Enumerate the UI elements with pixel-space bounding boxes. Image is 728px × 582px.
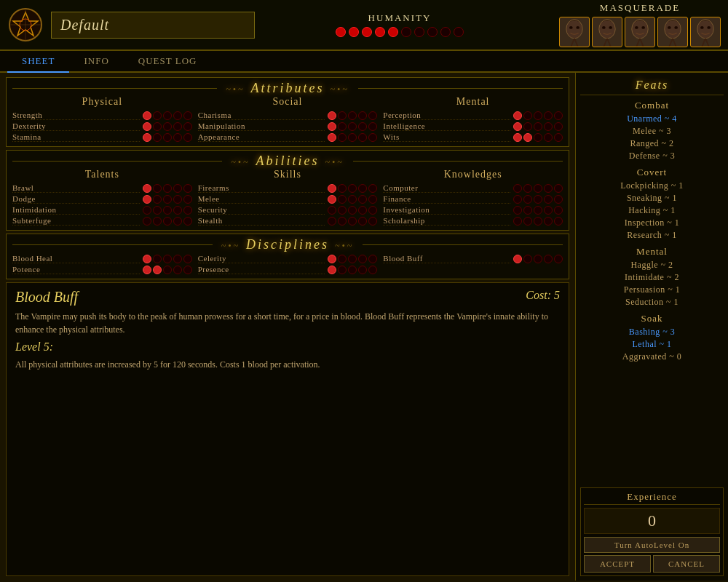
dot-3[interactable] bbox=[173, 111, 182, 120]
dot-3[interactable] bbox=[544, 184, 553, 193]
dot-2[interactable] bbox=[348, 217, 357, 226]
dot-4[interactable] bbox=[554, 206, 563, 215]
dot-4[interactable] bbox=[554, 133, 563, 142]
dot-3[interactable] bbox=[173, 206, 182, 215]
dot-1[interactable] bbox=[153, 255, 162, 263]
dot-2[interactable] bbox=[534, 206, 542, 215]
dot-2[interactable] bbox=[534, 122, 542, 131]
accept-button[interactable]: Accept bbox=[584, 555, 651, 573]
dot-4[interactable] bbox=[368, 255, 377, 263]
dot-3[interactable] bbox=[358, 195, 367, 204]
dot-0[interactable] bbox=[328, 206, 336, 215]
dot-1[interactable] bbox=[338, 255, 347, 263]
dot-4[interactable] bbox=[183, 206, 192, 215]
feat-unarmed[interactable]: Unarmed ~ 4 bbox=[580, 113, 724, 125]
dot-1[interactable] bbox=[523, 255, 532, 263]
dot-3[interactable] bbox=[358, 206, 367, 215]
dot-0[interactable] bbox=[328, 195, 336, 204]
dot-1[interactable] bbox=[523, 217, 532, 226]
dot-0[interactable] bbox=[328, 133, 336, 142]
dot-2[interactable] bbox=[163, 184, 172, 193]
dot-3[interactable] bbox=[544, 122, 553, 131]
dot-0[interactable] bbox=[143, 217, 151, 226]
dot-1[interactable] bbox=[153, 184, 162, 193]
dot-2[interactable] bbox=[348, 122, 357, 131]
dot-0[interactable] bbox=[513, 206, 522, 215]
cancel-button[interactable]: Cancel bbox=[653, 555, 720, 573]
dot-4[interactable] bbox=[368, 206, 377, 215]
dot-3[interactable] bbox=[173, 122, 182, 131]
dot-0[interactable] bbox=[328, 184, 336, 193]
dot-3[interactable] bbox=[358, 255, 367, 263]
dot-3[interactable] bbox=[544, 133, 553, 142]
dot-3[interactable] bbox=[173, 195, 182, 204]
dot-1[interactable] bbox=[153, 217, 162, 226]
humanity-dot-8[interactable] bbox=[440, 27, 451, 37]
dot-1[interactable] bbox=[523, 195, 532, 204]
dot-3[interactable] bbox=[544, 217, 553, 226]
dot-3[interactable] bbox=[173, 133, 182, 142]
dot-1[interactable] bbox=[153, 122, 162, 131]
dot-3[interactable] bbox=[173, 266, 182, 274]
tab-info[interactable]: Info bbox=[69, 51, 123, 73]
dot-2[interactable] bbox=[348, 255, 357, 263]
dot-0[interactable] bbox=[328, 255, 336, 263]
dot-3[interactable] bbox=[173, 217, 182, 226]
dot-1[interactable] bbox=[523, 111, 532, 120]
dot-4[interactable] bbox=[183, 111, 192, 120]
dot-1[interactable] bbox=[153, 111, 162, 120]
humanity-dot-1[interactable] bbox=[349, 27, 359, 37]
dot-1[interactable] bbox=[338, 206, 347, 215]
dot-3[interactable] bbox=[544, 206, 553, 215]
dot-2[interactable] bbox=[534, 184, 542, 193]
dot-3[interactable] bbox=[544, 111, 553, 120]
feat-lethal[interactable]: Lethal ~ 1 bbox=[580, 338, 724, 351]
dot-3[interactable] bbox=[358, 266, 367, 274]
feat-bashing[interactable]: Bashing ~ 3 bbox=[580, 326, 724, 338]
dot-1[interactable] bbox=[523, 184, 532, 193]
dot-4[interactable] bbox=[183, 184, 192, 193]
dot-2[interactable] bbox=[348, 133, 357, 142]
dot-4[interactable] bbox=[183, 133, 192, 142]
dot-0[interactable] bbox=[513, 133, 522, 142]
dot-3[interactable] bbox=[173, 184, 182, 193]
tab-questlog[interactable]: Quest Log bbox=[124, 51, 212, 73]
dot-4[interactable] bbox=[554, 217, 563, 226]
autolevel-button[interactable]: Turn AutoLevel On bbox=[584, 537, 720, 553]
dot-0[interactable] bbox=[328, 111, 336, 120]
dot-0[interactable] bbox=[513, 184, 522, 193]
dot-0[interactable] bbox=[328, 266, 336, 274]
dot-4[interactable] bbox=[183, 122, 192, 131]
dot-3[interactable] bbox=[173, 255, 182, 263]
dot-2[interactable] bbox=[534, 217, 542, 226]
dot-1[interactable] bbox=[523, 122, 532, 131]
dot-4[interactable] bbox=[368, 122, 377, 131]
dot-0[interactable] bbox=[513, 111, 522, 120]
dot-2[interactable] bbox=[534, 195, 542, 204]
dot-1[interactable] bbox=[153, 133, 162, 142]
dot-1[interactable] bbox=[153, 266, 162, 274]
dot-2[interactable] bbox=[163, 206, 172, 215]
dot-1[interactable] bbox=[338, 133, 347, 142]
dot-0[interactable] bbox=[513, 255, 522, 263]
dot-0[interactable] bbox=[513, 195, 522, 204]
dot-1[interactable] bbox=[153, 206, 162, 215]
dot-2[interactable] bbox=[534, 133, 542, 142]
humanity-dot-6[interactable] bbox=[414, 27, 424, 37]
dot-4[interactable] bbox=[183, 217, 192, 226]
dot-3[interactable] bbox=[358, 111, 367, 120]
dot-4[interactable] bbox=[554, 195, 563, 204]
dot-4[interactable] bbox=[368, 195, 377, 204]
dot-1[interactable] bbox=[338, 184, 347, 193]
dot-3[interactable] bbox=[544, 255, 553, 263]
dot-1[interactable] bbox=[523, 206, 532, 215]
dot-0[interactable] bbox=[143, 266, 151, 274]
dot-1[interactable] bbox=[338, 111, 347, 120]
humanity-dot-2[interactable] bbox=[362, 27, 372, 37]
dot-4[interactable] bbox=[183, 195, 192, 204]
dot-3[interactable] bbox=[358, 184, 367, 193]
dot-3[interactable] bbox=[358, 133, 367, 142]
dot-0[interactable] bbox=[143, 184, 151, 193]
dot-4[interactable] bbox=[554, 255, 563, 263]
dot-2[interactable] bbox=[348, 206, 357, 215]
